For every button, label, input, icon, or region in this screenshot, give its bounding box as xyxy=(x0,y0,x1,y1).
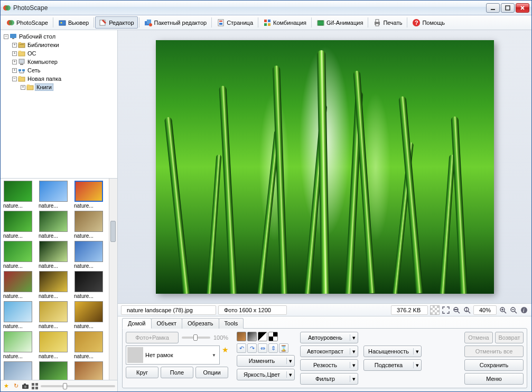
undo-all-button[interactable]: Отменить все xyxy=(464,346,524,357)
thumbnail-grid[interactable]: nature...nature...nature...nature...natu… xyxy=(1,179,109,380)
save-button[interactable]: Сохранить xyxy=(464,359,524,371)
fullscreen-icon[interactable] xyxy=(442,306,450,314)
zoom-fit-icon[interactable] xyxy=(452,306,461,314)
thumbnail[interactable]: nature... xyxy=(38,211,69,239)
thumbnail[interactable]: nature... xyxy=(73,211,104,239)
thumbnail[interactable]: nature... xyxy=(3,271,33,299)
backlight-button[interactable]: Подсветка▾ xyxy=(363,359,422,371)
thumbnail[interactable]: nature... xyxy=(3,181,33,209)
autolevel-button[interactable]: Автоуровень▾ xyxy=(300,332,358,343)
refresh-icon[interactable]: ↻ xyxy=(12,382,20,390)
camera-icon[interactable] xyxy=(22,382,29,390)
bw-preset-icon[interactable] xyxy=(258,332,267,341)
flip-horizontal-icon[interactable]: ⇔ xyxy=(258,343,267,353)
toolbar-gif[interactable]: Gif-Анимация xyxy=(313,16,367,29)
filter-button[interactable]: Фильтр▾ xyxy=(300,373,358,385)
thumbnail[interactable]: nature... xyxy=(3,301,33,329)
svg-rect-39 xyxy=(27,85,30,86)
circle-button[interactable]: Круг xyxy=(126,367,158,378)
thumbnail[interactable]: nature... xyxy=(73,271,104,299)
tree-expander[interactable]: − xyxy=(4,34,8,39)
menu-button[interactable]: Меню xyxy=(464,373,524,385)
toolbar-combine[interactable]: Комбинация xyxy=(259,16,310,29)
tree-expander[interactable]: − xyxy=(12,77,17,81)
thumbnail[interactable]: nature... xyxy=(73,331,104,359)
edit-tab[interactable]: Обрезать xyxy=(182,318,219,329)
toolbar-help[interactable]: ?Помощь xyxy=(408,16,449,29)
flip-vertical-icon[interactable]: ⇕ xyxy=(268,343,278,353)
undo-button[interactable]: Отмена xyxy=(464,332,493,343)
zoom-in-icon[interactable] xyxy=(499,306,507,314)
thumbnail-size-slider[interactable] xyxy=(41,385,115,387)
info-icon[interactable]: i xyxy=(520,306,528,314)
rotate-left-icon[interactable]: ↶ xyxy=(237,343,246,353)
thumbnail[interactable]: nature... xyxy=(3,331,33,359)
field-button[interactable]: Поле xyxy=(161,367,193,378)
invert-preset-icon[interactable] xyxy=(268,332,278,341)
thumbnail[interactable]: nature... xyxy=(38,241,69,269)
edit-tab[interactable]: Домой xyxy=(122,318,152,329)
thumbnail[interactable]: nature... xyxy=(38,331,69,359)
thumbnail[interactable] xyxy=(3,361,33,380)
tree-expander[interactable]: + xyxy=(12,43,17,48)
toolbar-batch[interactable]: Пакетный редактор xyxy=(141,16,211,29)
svg-point-7 xyxy=(60,22,62,23)
thumbnail[interactable]: nature... xyxy=(38,271,69,299)
thumbnail[interactable]: nature... xyxy=(73,241,104,269)
toolbar-editor[interactable]: Редактор xyxy=(95,16,137,29)
autocontrast-button[interactable]: Автоконтраст▾ xyxy=(300,346,358,357)
maximize-button[interactable] xyxy=(501,3,515,13)
resize-button[interactable]: Изменить▾ xyxy=(237,355,295,367)
options-button[interactable]: Опции xyxy=(195,367,228,378)
thumbnail[interactable]: nature... xyxy=(38,181,69,209)
toolbar-viewer[interactable]: Вьювер xyxy=(54,16,92,29)
toolbar-photoscape[interactable]: PhotoScape xyxy=(3,16,52,29)
zoom-out-icon[interactable] xyxy=(509,306,518,314)
thumbnail[interactable]: nature... xyxy=(3,241,33,269)
frame-selector[interactable]: Нет рамок ▼ xyxy=(126,346,220,365)
tree-expander[interactable]: + xyxy=(12,51,17,56)
thumbnail[interactable]: nature... xyxy=(38,301,69,329)
minimize-button[interactable] xyxy=(486,3,500,13)
zoom-actual-icon[interactable]: 1 xyxy=(463,306,471,314)
favorite-frame-icon[interactable]: ★ xyxy=(222,346,229,354)
close-button[interactable] xyxy=(516,3,529,13)
photo-frame-button[interactable]: Фото+Рамка xyxy=(126,332,179,343)
frame-slider[interactable] xyxy=(182,337,210,339)
thumbnail[interactable]: nature... xyxy=(73,181,104,209)
tree-node[interactable]: +Компьютер xyxy=(3,58,115,66)
tree-node[interactable]: +ОС xyxy=(3,49,115,58)
tree-expander[interactable]: + xyxy=(12,68,17,73)
star-icon[interactable]: ★ xyxy=(3,382,10,390)
redo-button[interactable]: Возврат xyxy=(495,332,524,343)
tree-node[interactable]: +Библиотеки xyxy=(3,41,115,49)
folder-tree[interactable]: −Рабочий стол+Библиотеки+ОС+Компьютер+Се… xyxy=(1,30,117,178)
toolbar-print[interactable]: Печать xyxy=(369,16,406,29)
canvas-image[interactable] xyxy=(156,40,494,294)
rotate-right-icon[interactable]: ↷ xyxy=(247,343,257,353)
tree-node[interactable]: +Сеть xyxy=(3,66,115,74)
tree-node[interactable]: −Рабочий стол xyxy=(3,32,115,41)
toolbar-page[interactable]: Страница xyxy=(213,16,257,29)
thumbnails-scrollbar[interactable] xyxy=(109,179,117,380)
saturation-button[interactable]: Насыщенность▾ xyxy=(363,346,422,357)
scrollbar-thumb[interactable] xyxy=(110,221,116,242)
sharpness-button[interactable]: Резкость▾ xyxy=(300,359,358,371)
edit-tab[interactable]: Tools xyxy=(219,318,244,329)
tree-expander[interactable]: + xyxy=(12,60,17,64)
grayscale-preset-icon[interactable] xyxy=(247,332,257,341)
tree-node[interactable]: +Книги xyxy=(3,83,115,91)
tree-node[interactable]: −Новая папка xyxy=(3,74,115,83)
brightness-color-button[interactable]: Яркость,Цвет▾ xyxy=(237,369,295,380)
thumbnail[interactable] xyxy=(73,361,104,380)
svg-rect-26 xyxy=(12,38,14,39)
transparency-icon[interactable] xyxy=(430,305,440,315)
tree-expander[interactable]: + xyxy=(21,85,25,90)
thumbnail[interactable]: nature... xyxy=(73,301,104,329)
thumbnail[interactable]: nature... xyxy=(3,211,33,239)
sepia-preset-icon[interactable] xyxy=(237,332,246,341)
free-rotate-icon[interactable]: ⌛ xyxy=(279,343,288,353)
grid-toggle-icon[interactable] xyxy=(31,382,39,390)
edit-tab[interactable]: Объект xyxy=(151,318,182,329)
thumbnail[interactable] xyxy=(38,361,69,380)
